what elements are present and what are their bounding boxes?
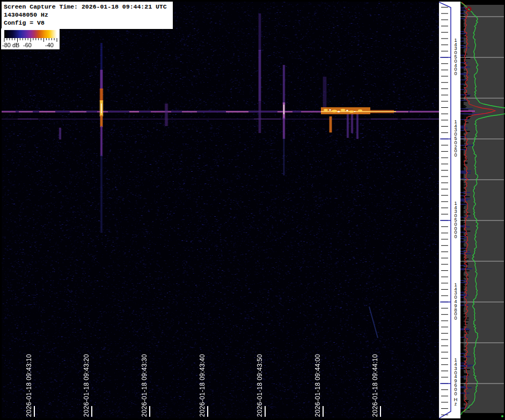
time-axis-tick bbox=[91, 406, 92, 417]
time-axis-tick bbox=[265, 406, 266, 417]
capture-info-box: Screen Capture Time: 2026-01-18 09:44:21… bbox=[1, 1, 173, 30]
time-axis-tick bbox=[323, 406, 324, 417]
db-label-min: -80 dB bbox=[2, 42, 19, 48]
frequency-axis-label: 143050400 bbox=[452, 39, 459, 76]
spectrum-panel bbox=[460, 0, 505, 420]
db-label-mid: -60 bbox=[23, 42, 32, 48]
frequency-axis: 1430504001430502001430500001430498001430… bbox=[439, 2, 460, 418]
time-axis-tick bbox=[149, 406, 150, 417]
frequency-axis-label: 143050200 bbox=[452, 120, 459, 158]
frequency-axis-label: 143049800 bbox=[452, 283, 459, 321]
time-axis-label: 2026-01-18 09:44:00 bbox=[314, 354, 321, 417]
time-axis-label: 2026-01-18 09:43:40 bbox=[199, 354, 206, 417]
time-axis-label: 2026-01-18 09:43:50 bbox=[256, 354, 264, 417]
time-axis-tick bbox=[34, 406, 35, 417]
config-text: Config = V8 bbox=[4, 19, 171, 27]
time-axis-tick bbox=[207, 406, 208, 417]
intensity-scale-legend: -80 dB -60 -40 bbox=[1, 28, 60, 49]
center-frequency-text: 143048050 Hz bbox=[4, 11, 171, 19]
frequency-axis-label: 143050000 bbox=[452, 202, 459, 239]
color-gradient-bar bbox=[4, 30, 57, 38]
time-axis-label: 2026-01-18 09:43:30 bbox=[141, 354, 148, 417]
time-axis-label: 2026-01-18 09:43:20 bbox=[83, 354, 90, 417]
time-axis-label: 2026-01-18 09:43:10 bbox=[25, 354, 33, 417]
capture-time-text: Screen Capture Time: 2026-01-18 09:44:21… bbox=[4, 3, 171, 11]
screen-capture: Screen Capture Time: 2026-01-18 09:44:21… bbox=[0, 0, 505, 420]
frequency-axis-label: 143049600Hz bbox=[452, 358, 459, 407]
time-axis-label: 2026-01-18 09:44:10 bbox=[371, 354, 379, 417]
time-axis-tick bbox=[380, 406, 381, 417]
db-label-max: -40 bbox=[45, 42, 54, 48]
